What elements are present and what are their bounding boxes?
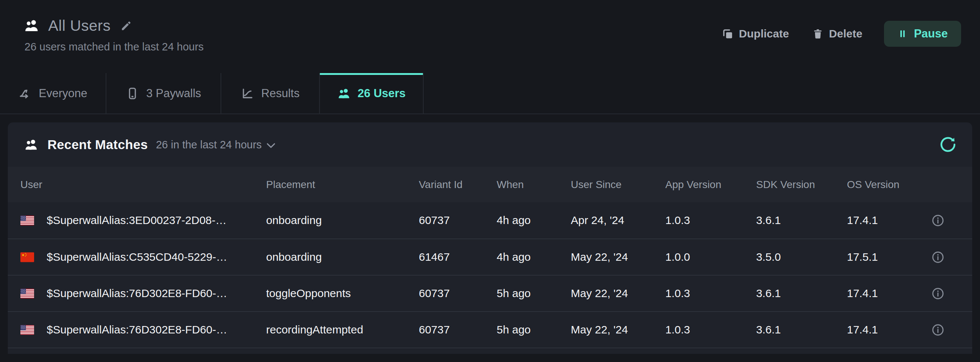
country-flag-icon: [21, 252, 34, 262]
tab-everyone[interactable]: Everyone: [0, 73, 107, 113]
main-area: Recent Matches 26 in the last 24 hours U…: [0, 114, 980, 354]
china-flag-icon: [21, 252, 34, 262]
info-cell: [921, 324, 955, 336]
match-window-label: 26 in the last 24 hours: [156, 139, 262, 151]
country-flag-icon: [21, 289, 34, 298]
placement-cell: onboarding: [266, 214, 419, 226]
info-cell: [921, 287, 955, 300]
table-row[interactable]: $SuperwallAlias:3ED00237-2D08-… onboardi…: [8, 202, 972, 239]
column-header-placement: Placement: [266, 179, 419, 191]
recent-matches-card: Recent Matches 26 in the last 24 hours U…: [8, 123, 972, 354]
app-version-cell: 1.0.3: [665, 214, 756, 226]
column-header-sdk-version: SDK Version: [756, 179, 847, 191]
variant-id-cell: 61467: [419, 251, 497, 263]
table-row-partial[interactable]: $: [8, 348, 972, 354]
user-cell: $SuperwallAlias:C535CD40-5229-…: [21, 251, 266, 263]
app-version-cell: 1.0.3: [665, 324, 756, 336]
user-since-cell: May 22, '24: [571, 287, 665, 300]
row-info-button[interactable]: [931, 214, 944, 227]
page-title: All Users: [48, 17, 111, 35]
sdk-version-cell: 3.6.1: [756, 214, 847, 226]
info-icon: [931, 287, 944, 300]
when-cell: 4h ago: [497, 251, 571, 263]
column-header-when: When: [497, 179, 571, 191]
tab-bar: Everyone 3 Paywalls Results 26 Users: [0, 73, 980, 114]
match-window-dropdown[interactable]: 26 in the last 24 hours: [156, 139, 275, 151]
header-actions: Duplicate Delete Pause: [722, 21, 961, 47]
phone-icon: [126, 87, 139, 100]
us-flag-icon: [21, 289, 34, 298]
user-id: $SuperwallAlias:76D302E8-FD60-…: [47, 287, 227, 300]
column-header-os-version: OS Version: [847, 179, 921, 191]
table-row[interactable]: $SuperwallAlias:76D302E8-FD60-… recordin…: [8, 311, 972, 348]
row-info-button[interactable]: [931, 287, 944, 300]
placement-cell: recordingAttempted: [266, 324, 419, 336]
os-version-cell: 17.5.1: [847, 251, 921, 263]
variant-id-cell: 60737: [419, 214, 497, 226]
row-info-button[interactable]: [931, 251, 944, 264]
tab-paywalls[interactable]: 3 Paywalls: [107, 73, 221, 113]
user-id: $SuperwallAlias:3ED00237-2D08-…: [47, 214, 226, 226]
page-header: All Users 26 users matched in the last 2…: [0, 0, 980, 73]
pause-label: Pause: [914, 27, 948, 40]
user-since-cell: Apr 24, '24: [571, 214, 665, 226]
duplicate-label: Duplicate: [739, 27, 789, 40]
pause-button[interactable]: Pause: [884, 21, 961, 47]
pencil-icon: [121, 20, 132, 32]
refresh-button[interactable]: [939, 136, 957, 153]
us-flag-icon: [21, 215, 34, 225]
card-header: Recent Matches 26 in the last 24 hours: [8, 123, 972, 167]
table-body: $SuperwallAlias:3ED00237-2D08-… onboardi…: [8, 202, 972, 354]
info-cell: [921, 214, 955, 227]
recent-matches-table: User Placement Variant Id When User Sinc…: [8, 167, 972, 354]
os-version-cell: 17.4.1: [847, 324, 921, 336]
tab-results[interactable]: Results: [221, 73, 320, 113]
sdk-version-cell: 3.6.1: [756, 287, 847, 300]
when-cell: 4h ago: [497, 214, 571, 226]
column-header-user-since: User Since: [571, 179, 665, 191]
trash-icon: [812, 28, 824, 40]
info-icon: [931, 214, 944, 227]
delete-label: Delete: [829, 27, 862, 40]
duplicate-icon: [722, 28, 733, 40]
tab-label: 3 Paywalls: [146, 87, 201, 100]
row-info-button[interactable]: [931, 324, 944, 336]
user-cell: $SuperwallAlias:76D302E8-FD60-…: [21, 324, 266, 336]
column-header-user: User: [21, 179, 266, 191]
os-version-cell: 17.4.1: [847, 214, 921, 226]
info-icon: [931, 251, 944, 264]
duplicate-button[interactable]: Duplicate: [722, 27, 789, 40]
country-flag-icon: [21, 215, 34, 225]
pause-icon: [897, 29, 908, 39]
user-id: $SuperwallAlias:C535CD40-5229-…: [47, 251, 227, 263]
user-id: $SuperwallAlias:76D302E8-FD60-…: [47, 324, 227, 336]
tab-label: 26 Users: [358, 87, 406, 100]
chart-line-icon: [241, 87, 254, 100]
table-row[interactable]: $SuperwallAlias:C535CD40-5229-… onboardi…: [8, 239, 972, 275]
user-cell: $SuperwallAlias:76D302E8-FD60-…: [21, 287, 266, 300]
placement-cell: toggleOpponents: [266, 287, 419, 300]
edit-title-button[interactable]: [121, 20, 132, 32]
card-title: Recent Matches: [48, 137, 148, 152]
country-flag-icon: [21, 325, 34, 335]
table-row[interactable]: $SuperwallAlias:76D302E8-FD60-… toggleOp…: [8, 275, 972, 311]
users-icon: [24, 137, 38, 152]
tab-label: Results: [261, 87, 299, 100]
tab-users[interactable]: 26 Users: [320, 73, 424, 113]
delete-button[interactable]: Delete: [812, 27, 862, 40]
chevron-down-icon: [267, 143, 275, 148]
when-cell: 5h ago: [497, 324, 571, 336]
variant-id-cell: 60737: [419, 287, 497, 300]
when-cell: 5h ago: [497, 287, 571, 300]
app-version-cell: 1.0.3: [665, 287, 756, 300]
user-since-cell: May 22, '24: [571, 251, 665, 263]
user-since-cell: May 22, '24: [571, 324, 665, 336]
column-header-app-version: App Version: [665, 179, 756, 191]
sdk-version-cell: 3.6.1: [756, 324, 847, 336]
os-version-cell: 17.4.1: [847, 287, 921, 300]
placement-cell: onboarding: [266, 251, 419, 263]
sdk-version-cell: 3.5.0: [756, 251, 847, 263]
column-header-variant-id: Variant Id: [419, 179, 497, 191]
us-flag-icon: [21, 325, 34, 335]
split-arrows-icon: [19, 87, 32, 100]
